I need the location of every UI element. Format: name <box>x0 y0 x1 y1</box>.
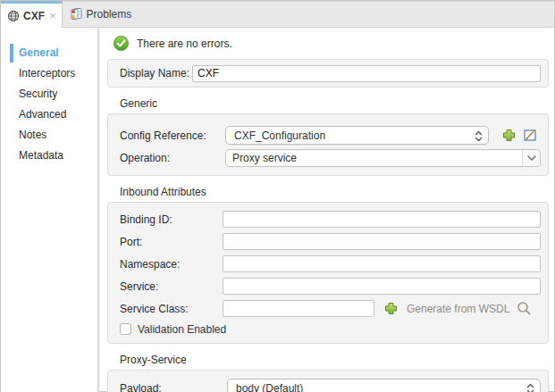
service-class-input[interactable] <box>223 300 374 317</box>
sidebar-item-label: General <box>19 46 59 59</box>
sidebar-item-general[interactable]: General <box>1 43 97 63</box>
editor-window: CXF × Problems General <box>0 0 555 392</box>
tab-problems[interactable]: Problems <box>63 1 143 27</box>
tab-problems-label: Problems <box>87 8 132 21</box>
sidebar-item-label: Interceptors <box>19 67 75 79</box>
operation-dropdown[interactable]: Proxy service <box>225 149 541 167</box>
section-title-inbound: Inbound Attributes <box>120 186 549 198</box>
sidebar-item-label: Advanced <box>19 108 66 121</box>
sidebar-item-notes[interactable]: Notes <box>1 125 97 146</box>
binding-id-input[interactable] <box>223 211 541 228</box>
binding-id-label: Binding ID: <box>120 213 223 226</box>
payload-label: Payload: <box>120 382 227 392</box>
operation-label: Operation: <box>120 152 225 164</box>
sidebar: General Interceptors Security Advanced N… <box>1 28 99 392</box>
chevron-down-icon <box>522 150 540 166</box>
generate-wsdl-label[interactable]: Generate from WSDL <box>407 303 509 315</box>
edit-config-button[interactable] <box>524 129 537 142</box>
status-row: There are no errors. <box>114 36 549 51</box>
config-reference-combo[interactable]: CXF_Configuration <box>225 126 489 145</box>
sidebar-item-interceptors[interactable]: Interceptors <box>1 63 97 84</box>
display-name-group: Display Name: <box>107 59 549 88</box>
sidebar-item-security[interactable]: Security <box>1 84 97 104</box>
config-reference-label: Config Reference: <box>120 129 225 142</box>
validation-enabled-label: Validation Enabled <box>138 323 226 336</box>
validation-enabled-checkbox[interactable] <box>120 323 131 335</box>
section-title-generic: Generic <box>120 97 549 110</box>
operation-value: Proxy service <box>232 152 297 164</box>
search-icon[interactable] <box>517 301 532 316</box>
port-input[interactable] <box>223 233 541 250</box>
chevron-updown-icon <box>526 383 534 392</box>
generic-group: Config Reference: CXF_Configuration <box>107 113 549 176</box>
globe-icon <box>7 10 20 22</box>
payload-value: body (Default) <box>236 382 303 392</box>
add-config-button[interactable] <box>502 129 516 142</box>
service-class-label: Service Class: <box>120 303 223 315</box>
sidebar-item-metadata[interactable]: Metadata <box>1 146 97 166</box>
sidebar-item-label: Security <box>19 88 57 100</box>
namespace-input[interactable] <box>223 255 541 272</box>
inbound-group: Binding ID: Port: Namespace: Service: Se… <box>107 202 549 344</box>
proxy-service-group: Payload: body (Default) <box>107 370 549 392</box>
active-item-indicator <box>10 44 13 63</box>
config-reference-value: CXF_Configuration <box>234 129 325 142</box>
display-name-label: Display Name: <box>120 67 192 79</box>
chevron-updown-icon <box>475 130 483 142</box>
tab-cxf[interactable]: CXF × <box>1 1 63 28</box>
payload-combo[interactable]: body (Default) <box>227 379 541 392</box>
generate-wsdl-plus-icon[interactable] <box>384 302 398 315</box>
editor-content: General Interceptors Security Advanced N… <box>1 28 554 392</box>
status-message: There are no errors. <box>137 38 232 50</box>
sidebar-item-label: Metadata <box>19 149 63 162</box>
success-check-icon <box>114 36 129 51</box>
properties-panel: There are no errors. Display Name: Gener… <box>99 28 554 392</box>
close-icon[interactable]: × <box>49 9 56 22</box>
port-label: Port: <box>120 236 223 248</box>
service-input[interactable] <box>223 278 541 295</box>
section-title-proxy-service: Proxy-Service <box>120 354 549 366</box>
tab-cxf-label: CXF <box>23 10 45 22</box>
display-name-input[interactable] <box>192 65 541 82</box>
namespace-label: Namespace: <box>120 258 223 271</box>
sidebar-item-advanced[interactable]: Advanced <box>1 104 97 125</box>
problems-icon <box>70 7 83 21</box>
sidebar-item-label: Notes <box>19 129 46 141</box>
tab-bar: CXF × Problems <box>1 1 554 28</box>
service-label: Service: <box>120 280 223 293</box>
